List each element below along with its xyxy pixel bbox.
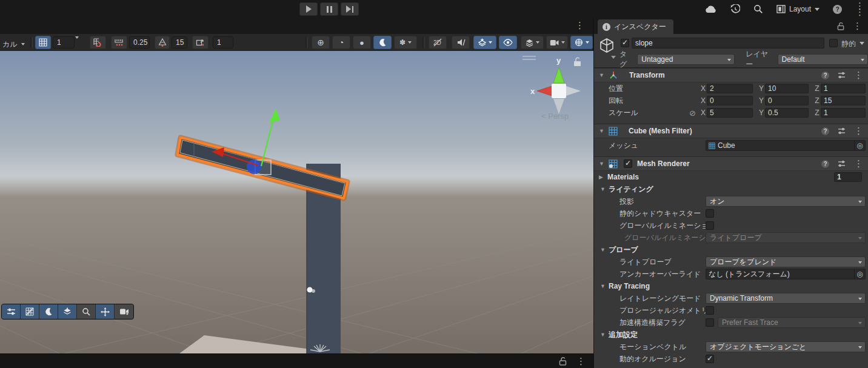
- materials-foldout[interactable]: ▶ Materials 1: [594, 171, 868, 183]
- cast-shadows-dropdown[interactable]: オン: [706, 196, 866, 207]
- scene-lighting-toggle[interactable]: [373, 36, 392, 49]
- grid-visibility-button[interactable]: [35, 36, 51, 49]
- move-snap-button[interactable]: [111, 36, 127, 49]
- scale-y-field[interactable]: 0.5: [765, 108, 809, 118]
- ray-tracing-section-foldout[interactable]: ▼Ray Tracing: [594, 280, 868, 292]
- link-broken-icon[interactable]: ⊘: [689, 109, 696, 118]
- overlay-lighting-button[interactable]: [39, 304, 58, 319]
- scale-x-field[interactable]: 5: [707, 108, 753, 118]
- audio-mute-toggle[interactable]: [452, 36, 470, 49]
- static-dropdown-icon[interactable]: [860, 42, 864, 45]
- materials-count-field[interactable]: 1: [834, 172, 862, 182]
- procedural-geometry-checkbox[interactable]: [706, 306, 714, 315]
- overlay-skybox-button[interactable]: [58, 304, 77, 319]
- foldout-icon[interactable]: ▼: [599, 128, 605, 134]
- rotation-z-field[interactable]: 15: [821, 96, 866, 105]
- presets-icon[interactable]: [838, 127, 846, 135]
- mesh-renderer-header[interactable]: ▼ Mesh Renderer ? ⋮: [594, 156, 868, 171]
- static-shadow-caster-checkbox[interactable]: [706, 209, 714, 218]
- version-history-icon[interactable]: [730, 4, 740, 14]
- component-menu-kebab[interactable]: ⋮: [854, 161, 863, 167]
- gameobject-name-input[interactable]: [632, 38, 824, 49]
- mesh-renderer-enabled-checkbox[interactable]: [624, 159, 632, 168]
- scale-z-field[interactable]: 1: [821, 108, 866, 118]
- tab-inspector[interactable]: i インスペクター: [598, 19, 673, 34]
- component-menu-kebab[interactable]: ⋮: [854, 72, 863, 78]
- scale-snap-field[interactable]: 1: [213, 36, 233, 49]
- gameobject-cube-icon[interactable]: [599, 38, 615, 55]
- scene-visibility-toggle[interactable]: [499, 36, 517, 49]
- help-icon[interactable]: ?: [821, 160, 829, 168]
- camera-settings-dropdown[interactable]: [546, 36, 568, 49]
- layers-dropdown[interactable]: [521, 36, 544, 49]
- overlay-move-tool-button[interactable]: [96, 304, 115, 319]
- foldout-icon[interactable]: ▼: [599, 72, 605, 78]
- step-button[interactable]: [341, 2, 359, 16]
- lighting-section-foldout[interactable]: ▼ライティング: [594, 183, 868, 195]
- scale-snap-button[interactable]: [192, 36, 209, 49]
- move-snap-field[interactable]: 0.25: [129, 36, 150, 49]
- foldout-icon[interactable]: ▼: [599, 161, 605, 167]
- main-menu-kebab[interactable]: ⋮⋮: [855, 3, 864, 15]
- shading-wireframe-button[interactable]: ⊕: [312, 36, 330, 49]
- lock-open-icon[interactable]: [559, 356, 567, 366]
- position-x-field[interactable]: 2: [707, 84, 753, 93]
- overlay-search-button[interactable]: [77, 304, 96, 319]
- motion-vectors-dropdown[interactable]: オブジェクトモーションごと: [706, 341, 866, 352]
- probes-section-foldout[interactable]: ▼プローブ: [594, 244, 868, 256]
- transform-header[interactable]: ▼ Transform ? ⋮: [594, 68, 868, 82]
- light-probes-dropdown[interactable]: プローブをブレンド: [706, 256, 866, 267]
- lock-open-icon[interactable]: [837, 22, 844, 30]
- overlay-grid-toggle-button[interactable]: [21, 304, 39, 319]
- inspector-menu-kebab[interactable]: ⋮: [853, 23, 862, 29]
- play-button[interactable]: [299, 2, 318, 16]
- help-icon[interactable]: ?: [821, 127, 829, 135]
- object-picker-icon[interactable]: ◎: [854, 269, 865, 279]
- rotation-x-field[interactable]: 0: [707, 96, 753, 105]
- mesh-filter-header[interactable]: ▼ Cube (Mesh Filter) ? ⋮: [594, 124, 868, 138]
- effects-visibility-dropdown[interactable]: [473, 36, 496, 49]
- position-z-field[interactable]: 1: [821, 84, 866, 93]
- rotation-snap-button[interactable]: [155, 36, 170, 49]
- presets-icon[interactable]: [838, 160, 846, 167]
- gizmo-center-cube[interactable]: [552, 84, 566, 98]
- active-checkbox[interactable]: [621, 39, 629, 47]
- grid-size-field[interactable]: 1: [53, 36, 75, 49]
- panel-menu-kebab[interactable]: ⋮: [576, 358, 586, 364]
- contribute-gi-checkbox[interactable]: [706, 221, 714, 230]
- rotation-snap-field[interactable]: 15: [172, 36, 187, 49]
- grid-snap-button[interactable]: [90, 36, 106, 49]
- presets-icon[interactable]: [838, 72, 846, 79]
- help-button[interactable]: ?: [833, 5, 842, 14]
- gizmos-dropdown[interactable]: [570, 36, 593, 49]
- help-icon[interactable]: ?: [821, 72, 829, 79]
- handle-orientation-dropdown[interactable]: カル: [2, 38, 25, 51]
- additional-settings-foldout[interactable]: ▼追加設定: [594, 329, 868, 341]
- anchor-override-field[interactable]: なし (トランスフォーム)◎: [706, 269, 866, 279]
- position-y-field[interactable]: 10: [765, 84, 809, 93]
- overlay-camera-button[interactable]: [115, 304, 133, 319]
- shading-shaded-wire-button[interactable]: ◔: [332, 36, 350, 49]
- cloud-icon[interactable]: [705, 5, 717, 13]
- scene-3d-viewport[interactable]: y x < Persp: [0, 51, 593, 353]
- mesh-object-field[interactable]: Cube ◎: [706, 140, 866, 151]
- layer-dropdown[interactable]: Default: [778, 54, 868, 65]
- scene-effects-dropdown[interactable]: ✽: [394, 36, 417, 49]
- dynamic-occlusion-checkbox[interactable]: [706, 355, 714, 363]
- shading-shaded-button[interactable]: ●: [353, 36, 371, 49]
- static-checkbox[interactable]: [829, 39, 838, 47]
- rotation-y-field[interactable]: 0: [765, 96, 809, 105]
- grid-size-dropdown[interactable]: [75, 39, 85, 52]
- scene-panel-menu-icon[interactable]: ⋮: [575, 22, 584, 28]
- layout-dropdown[interactable]: Layout: [776, 5, 820, 13]
- object-picker-icon[interactable]: ◎: [854, 141, 865, 150]
- 2d-view-toggle[interactable]: 2D: [429, 36, 447, 49]
- search-icon[interactable]: [753, 4, 763, 14]
- ray-tracing-mode-dropdown[interactable]: Dynamic Transform: [706, 293, 866, 304]
- persp-label[interactable]: < Persp: [541, 112, 569, 121]
- overlay-tool-settings-button[interactable]: [2, 304, 21, 319]
- tag-dropdown[interactable]: Untagged: [637, 54, 735, 65]
- accel-struct-checkbox[interactable]: [706, 318, 714, 327]
- gizmo-z-handle[interactable]: [247, 159, 261, 174]
- pause-button[interactable]: [320, 2, 338, 16]
